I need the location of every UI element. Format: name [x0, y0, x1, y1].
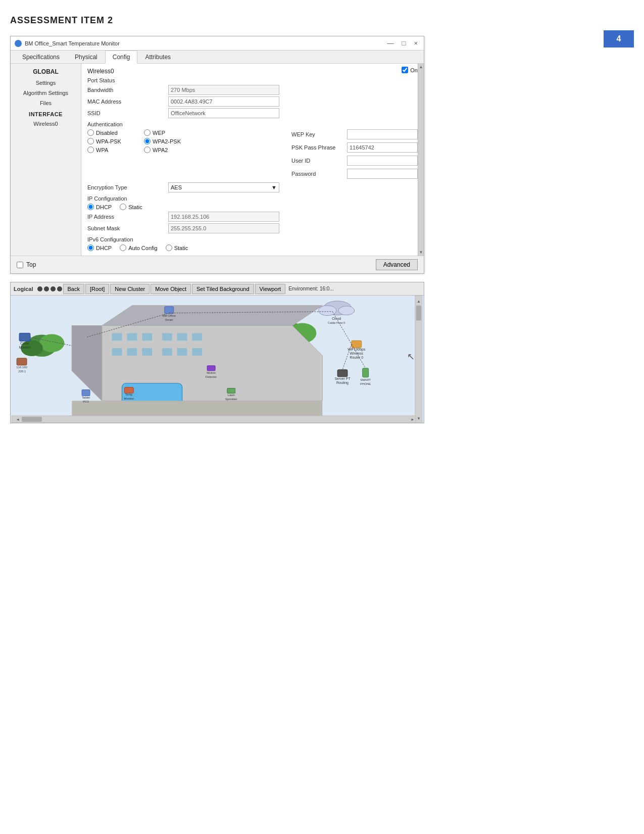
- svg-text:Routing: Routing: [336, 381, 349, 385]
- svg-text:Temp: Temp: [125, 393, 133, 396]
- subnet-mask-label: Subnet Mask: [87, 225, 168, 231]
- ipv6-static-option[interactable]: Static: [166, 244, 188, 251]
- tab-specifications[interactable]: Specifications: [15, 51, 67, 63]
- svg-rect-13: [162, 333, 172, 340]
- top-checkbox[interactable]: [17, 262, 23, 268]
- svg-text:Monitor: Monitor: [124, 397, 134, 400]
- port-status-label: Port Status: [87, 77, 168, 83]
- nav-dot-3: [51, 286, 56, 291]
- psk-pass-phrase-input[interactable]: [347, 142, 418, 153]
- svg-text:Modem: Modem: [19, 346, 30, 349]
- ip-static-radio[interactable]: [120, 204, 126, 210]
- scroll-down-btn[interactable]: ▼: [419, 250, 423, 255]
- window-footer: Top Advanced: [11, 256, 424, 273]
- sidebar-item-wireless0[interactable]: Wireless0: [11, 119, 81, 129]
- ipv6-config-header: IPv6 Configuration: [87, 236, 418, 242]
- subnet-mask-input[interactable]: [168, 223, 279, 233]
- nav-dot-2: [44, 286, 49, 291]
- svg-rect-12: [142, 333, 152, 340]
- ssid-label: SSID: [87, 110, 168, 116]
- ipv6-static-radio[interactable]: [166, 244, 172, 251]
- auth-wpa-radio[interactable]: [87, 146, 94, 153]
- encryption-type-row: Encryption Type AES ▼: [87, 182, 418, 192]
- scroll-up-btn[interactable]: ▲: [419, 65, 423, 69]
- tab-attributes[interactable]: Attributes: [137, 51, 178, 63]
- encryption-dropdown-icon[interactable]: ▼: [271, 184, 277, 190]
- svg-rect-69: [416, 306, 421, 321]
- svg-text:►: ►: [411, 417, 415, 422]
- window-title-area: BM Office_Smart Temperature Monitor: [15, 40, 120, 47]
- ipv6-dhcp-option[interactable]: DHCP: [87, 244, 112, 251]
- svg-rect-14: [177, 333, 187, 340]
- auth-wep-option[interactable]: WEP: [144, 129, 200, 136]
- top-checkbox-label: Top: [26, 261, 36, 268]
- svg-rect-32: [165, 307, 174, 314]
- auth-wpa-option[interactable]: WPA: [87, 146, 138, 153]
- set-tiled-bg-button[interactable]: Set Tiled Background: [192, 284, 254, 294]
- new-cluster-button[interactable]: New Cluster: [110, 284, 150, 294]
- encryption-type-label: Encryption Type: [87, 184, 168, 190]
- on-checkbox[interactable]: [402, 67, 408, 73]
- back-button[interactable]: Back: [63, 284, 84, 294]
- auth-disabled-option[interactable]: Disabled: [87, 129, 138, 136]
- svg-rect-73: [22, 417, 42, 422]
- svg-rect-70: [12, 416, 416, 423]
- ipv6-autoconfig-radio[interactable]: [120, 244, 126, 251]
- ssid-input[interactable]: [168, 108, 279, 118]
- content-scrollbar[interactable]: ▲ ▼: [418, 64, 424, 256]
- password-label: Password: [291, 171, 347, 177]
- advanced-button[interactable]: Advanced: [376, 259, 418, 270]
- auth-wpa-psk-radio[interactable]: [87, 138, 94, 144]
- auth-wpa2-psk-radio[interactable]: [144, 138, 151, 144]
- nav-dot-4: [57, 286, 62, 291]
- close-button[interactable]: ×: [412, 39, 420, 47]
- mac-address-label: MAC Address: [87, 99, 168, 105]
- tab-physical[interactable]: Physical: [67, 51, 105, 63]
- auth-wpa2-option[interactable]: WPA2: [144, 146, 200, 153]
- root-button[interactable]: [Root]: [85, 284, 109, 294]
- ip-dhcp-option[interactable]: DHCP: [87, 204, 112, 210]
- svg-text:▼: ▼: [417, 416, 421, 421]
- tab-config[interactable]: Config: [105, 51, 138, 64]
- auth-disabled-radio[interactable]: [87, 129, 94, 136]
- move-object-button[interactable]: Move Object: [151, 284, 191, 294]
- svg-rect-39: [337, 370, 348, 377]
- environment-label: Environment: 16:0...: [288, 286, 334, 291]
- svg-rect-11: [127, 333, 137, 340]
- diagram-content: Cloud Cable Host 0 Cable Modem BM Office…: [11, 296, 424, 423]
- svg-text:Detector: Detector: [206, 375, 217, 378]
- svg-point-26: [338, 306, 355, 315]
- auth-wep-radio[interactable]: [144, 129, 151, 136]
- auth-wpa2-radio[interactable]: [144, 146, 151, 153]
- content-area: Wireless0 On Port Status Bandwidth: [81, 64, 424, 256]
- viewport-button[interactable]: Viewport: [255, 284, 286, 294]
- ip-address-input[interactable]: [168, 212, 279, 222]
- sidebar-item-files[interactable]: Files: [11, 98, 81, 108]
- svg-text:SMART: SMART: [360, 378, 371, 381]
- ipv6-dhcp-radio[interactable]: [87, 244, 94, 251]
- sidebar-item-algorithm-settings[interactable]: Algorithm Settings: [11, 88, 81, 98]
- ipv6-autoconfig-option[interactable]: Auto Config: [120, 244, 157, 251]
- svg-text:Tablet: Tablet: [82, 396, 90, 399]
- bandwidth-input[interactable]: [168, 85, 279, 95]
- maximize-button[interactable]: □: [400, 39, 408, 47]
- ip-static-option[interactable]: Static: [120, 204, 142, 210]
- wep-key-input[interactable]: [347, 129, 418, 139]
- svg-text:Cable Host 0: Cable Host 0: [328, 321, 345, 324]
- password-input[interactable]: [347, 169, 418, 179]
- svg-text:Server PT: Server PT: [334, 377, 351, 380]
- sidebar: GLOBAL Settings Algorithm Settings Files…: [11, 64, 81, 256]
- auth-wpa2-psk-option[interactable]: WPA2-PSK: [144, 138, 200, 144]
- svg-text:PC0: PC0: [83, 400, 89, 403]
- user-id-input[interactable]: [347, 156, 418, 166]
- mac-address-input[interactable]: [168, 96, 279, 107]
- auth-wpa-psk-option[interactable]: WPA-PSK: [87, 138, 138, 144]
- svg-rect-51: [124, 387, 133, 394]
- svg-marker-8: [102, 306, 323, 326]
- ip-address-row: IP Address: [87, 212, 418, 222]
- sidebar-item-settings[interactable]: Settings: [11, 78, 81, 88]
- svg-text:◄: ◄: [16, 417, 20, 422]
- bandwidth-row: Bandwidth: [87, 85, 418, 95]
- ip-dhcp-radio[interactable]: [87, 204, 94, 210]
- minimize-button[interactable]: —: [385, 39, 396, 47]
